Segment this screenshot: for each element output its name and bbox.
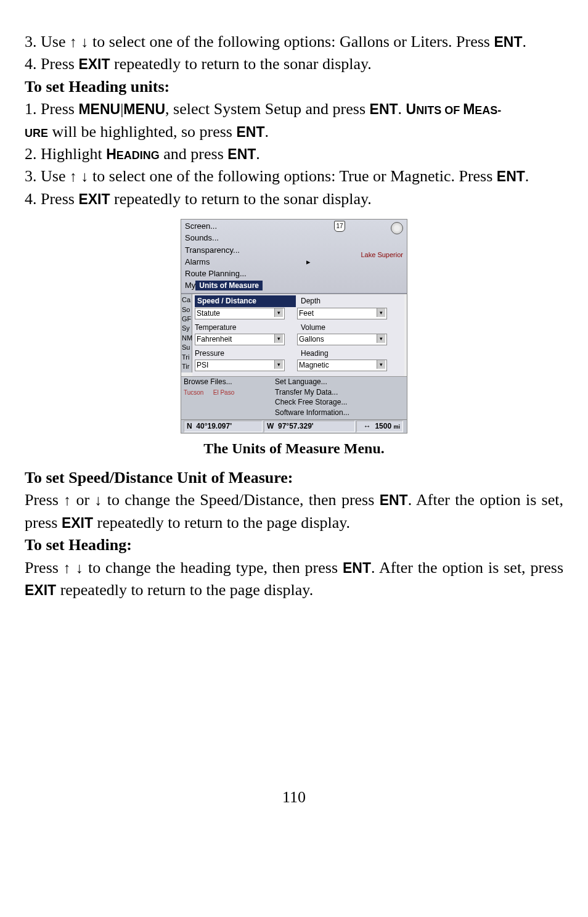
text: . After the option is set, press [371,559,563,577]
text: . [265,123,269,141]
text: Press [25,491,63,509]
bg-text: NM [182,334,191,343]
pressure-select[interactable]: PSI▾ [195,360,285,371]
text: 2. Highlight [25,145,106,163]
speed-distance-select[interactable]: Statute▾ [195,308,285,319]
step-2b: 2. Highlight HEADING and press ENT. [25,143,563,165]
menu-item-check-storage[interactable]: Check Free Storage... [275,397,390,408]
heading-units-title: To set Heading units: [25,76,563,98]
step-3a: 3. Use ↑ ↓ to select one of the followin… [25,31,563,53]
speed-distance-para: Press ↑ or ↓ to change the Speed/Distanc… [25,489,563,534]
chevron-down-icon[interactable]: ▾ [377,308,385,317]
chevron-down-icon[interactable]: ▾ [377,334,385,343]
speed-distance-label: Speed / Distance [195,295,296,307]
menu-item-set-language[interactable]: Set Language... [275,377,390,387]
volume-select[interactable]: Gallons▾ [297,334,387,345]
bg-text: Sy [182,324,191,333]
text: repeatedly to return to the sonar displa… [110,55,372,73]
chevron-down-icon[interactable]: ▾ [274,308,283,317]
chevron-down-icon[interactable]: ▾ [274,334,283,343]
figure-caption: The Units of Measure Menu. [25,438,563,459]
compass-icon [391,222,403,234]
ent-key: ENT [343,560,371,576]
step-4b: 4. Press EXIT repeatedly to return to th… [25,188,563,210]
page-number: 110 [25,786,563,808]
chevron-down-icon[interactable]: ▾ [377,360,385,369]
ent-key: ENT [237,124,265,140]
text: 4. Press [25,190,78,208]
text: repeatedly to return to the page display… [93,514,350,532]
text: 4. Press [25,55,78,73]
bg-text: Tir [182,362,191,371]
text: UNITS OF MEAS- [406,101,502,117]
heading-label: Heading [296,348,388,359]
ent-key: ENT [494,34,522,50]
ent-key: ENT [370,101,398,117]
text: . [522,33,526,51]
text: . [525,167,529,185]
exit-key: EXIT [78,56,110,72]
text: 1. Press [25,100,78,118]
menu-item-route[interactable]: Route Planning... [185,268,403,280]
text: or [71,491,94,509]
bg-text: GF [182,315,191,324]
heading-select[interactable]: Magnetic▾ [297,360,387,371]
text: URE [25,127,48,139]
temperature-select[interactable]: Fahrenheit▾ [195,334,285,345]
speed-distance-title: To set Speed/Distance Unit of Measure: [25,467,563,489]
up-down-arrows: ↑ ↓ [70,33,89,50]
menu-item-software-info[interactable]: Software Information... [275,408,390,418]
step-3b: 3. Use ↑ ↓ to select one of the followin… [25,165,563,187]
menu-item-sounds[interactable]: Sounds... [185,232,403,244]
step-1b: 1. Press MENU|MENU, select System Setup … [25,98,563,120]
bg-text: Ca [182,295,191,305]
menu-key: MENU [123,101,165,117]
ent-key: ENT [497,168,525,184]
text: to select one of the following options: … [89,167,497,185]
text: to select one of the following options: … [89,33,494,51]
map-label: Lake Superior [361,250,404,260]
map-label: El Paso [213,389,234,396]
ent-key: ENT [227,146,256,162]
depth-label: Depth [296,296,388,306]
chevron-down-icon[interactable]: ▾ [274,360,283,369]
set-heading-title: To set Heading: [25,534,563,556]
bg-text: Su [182,343,191,352]
temperature-label: Temperature [195,323,296,333]
up-down-arrows: ↑ ↓ [63,559,83,576]
step-1b-line2: URE will be highlighted, so press ENT. [25,121,563,143]
ent-key: ENT [380,492,408,508]
depth-select[interactable]: Feet▾ [297,308,387,319]
text: to change the Speed/Distance, then press [102,491,379,509]
status-bar: N 40°19.097' W 97°57.329' ↔ 1500 mi [181,419,407,433]
text: will be highlighted, so press [48,123,236,141]
text: 3. Use [25,33,70,51]
text: repeatedly to return to the page display… [56,581,313,599]
text: , select System Setup and press [165,100,369,118]
exit-key: EXIT [62,515,93,531]
menu-item-units[interactable]: MyUnits of Measure [185,280,403,292]
exit-key: EXIT [78,191,110,207]
volume-label: Volume [296,323,388,333]
menu-item-screen[interactable]: Screen... [185,221,403,232]
up-arrow: ↑ [63,491,71,508]
text: . [256,145,260,163]
text: . [398,100,406,118]
text: Press [25,559,63,577]
menu-key: MENU [78,101,120,117]
text: HEADING [106,146,160,162]
highway-shield-icon: 17 [334,221,345,232]
bg-text: So [182,305,191,315]
text: and press [160,145,227,163]
up-down-arrows: ↑ ↓ [70,168,89,184]
set-heading-para: Press ↑ ↓ to change the heading type, th… [25,557,563,602]
text: to change the heading type, then press [83,559,343,577]
pressure-label: Pressure [195,348,296,359]
bg-text: Tri [182,353,191,362]
map-label: Tucson [184,389,203,396]
menu-item-transfer-data[interactable]: Transfer My Data... [275,387,390,398]
step-4a: 4. Press EXIT repeatedly to return to th… [25,53,563,75]
menu-item-browse-files[interactable]: Browse Files... [184,377,275,387]
text: repeatedly to return to the sonar displa… [110,190,372,208]
text: 3. Use [25,167,70,185]
